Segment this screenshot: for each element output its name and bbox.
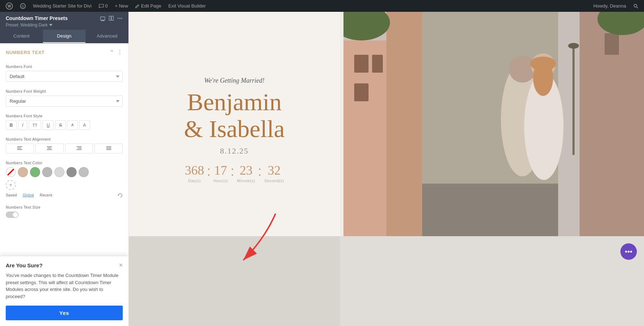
countdown-hours: 17 Hour(s)	[213, 163, 228, 183]
comment-icon	[99, 4, 104, 8]
uppercase-style-button[interactable]: TT	[29, 120, 41, 130]
numbers-text-color-label: Numbers Text Color	[6, 161, 123, 165]
wedding-names: Benjamin& Isabella	[184, 89, 284, 142]
align-center-icon	[47, 146, 52, 150]
align-left-button[interactable]	[6, 143, 34, 154]
numbers-text-size-toggle[interactable]	[6, 211, 19, 218]
confirm-dialog: Are You Sure? × You've made changes to t…	[0, 256, 128, 326]
tab-design[interactable]: Design	[43, 30, 86, 43]
new-button[interactable]: + New	[112, 0, 131, 12]
global-colors-tab[interactable]: Global	[23, 193, 34, 198]
numbers-font-field: Numbers Font Default	[6, 64, 123, 82]
recent-colors-tab[interactable]: Recent	[40, 193, 52, 198]
silver-swatch[interactable]	[79, 167, 89, 177]
confirm-yes-button[interactable]: Yes	[6, 306, 123, 320]
wedding-date: 8.12.25	[220, 146, 249, 156]
light-gray-swatch[interactable]	[54, 167, 64, 177]
divi-icon-button[interactable]: D	[17, 0, 29, 12]
days-label: Day(s)	[185, 179, 204, 183]
bold-style-button[interactable]: B	[6, 120, 17, 130]
numbers-font-weight-select[interactable]: Regular	[6, 96, 123, 107]
svg-point-11	[121, 18, 122, 19]
purple-menu-icon: •••	[625, 248, 632, 256]
exit-builder-label: Exit Visual Builder	[169, 3, 206, 9]
confirm-close-button[interactable]: ×	[119, 262, 123, 268]
strikethrough-style-button[interactable]: S	[55, 120, 66, 130]
bottom-section: •••	[129, 236, 644, 326]
days-value: 368	[185, 163, 204, 178]
edit-page-button[interactable]: Edit Page	[132, 0, 164, 12]
svg-rect-42	[572, 48, 575, 155]
transparent-swatch[interactable]	[6, 167, 16, 177]
refresh-icon[interactable]	[118, 193, 123, 198]
saved-colors-tab[interactable]: Saved	[6, 193, 17, 198]
bottom-right-area: •••	[340, 236, 644, 326]
svg-text:D: D	[22, 5, 24, 8]
couple-photo	[343, 12, 644, 248]
numbers-text-section-header: Numbers Text ⌃ ⋮	[6, 49, 123, 59]
numbers-font-select[interactable]: Default	[6, 71, 123, 82]
align-center-button[interactable]	[35, 143, 64, 154]
underline-style-button[interactable]: U	[43, 120, 54, 130]
color-label-tabs: Saved Global Recent	[6, 193, 123, 198]
main-content-area: We're Getting Married! Benjamin& Isabell…	[129, 12, 644, 326]
search-button[interactable]	[630, 4, 641, 9]
purple-menu-button[interactable]: •••	[620, 243, 637, 260]
panel-header: Countdown Timer Presets Preset: Wedding …	[0, 12, 128, 30]
panel-title-row: Countdown Timer Presets	[6, 15, 123, 21]
colon-3: :	[255, 164, 264, 179]
align-justify-button[interactable]	[94, 143, 123, 154]
numbers-font-style-label: Numbers Font Style	[6, 114, 123, 118]
align-right-button[interactable]	[65, 143, 93, 154]
section-more-button[interactable]: ⋮	[117, 49, 123, 56]
numbers-text-size-row	[6, 211, 123, 218]
svg-rect-6	[101, 17, 105, 20]
medium-gray-swatch[interactable]	[67, 167, 77, 177]
section-controls: ⌃ ⋮	[109, 49, 123, 56]
comments-button[interactable]: 0	[96, 0, 111, 12]
numbers-text-size-label: Numbers Text Size	[6, 205, 123, 209]
normal-caps-button[interactable]: A	[79, 120, 90, 130]
italic-style-button[interactable]: I	[18, 120, 27, 130]
section-collapse-button[interactable]: ⌃	[109, 49, 114, 56]
svg-rect-7	[109, 16, 111, 20]
tab-content[interactable]: Content	[0, 30, 43, 43]
align-left-icon	[17, 146, 22, 150]
svg-point-43	[568, 43, 579, 49]
countdown-seconds: 32 Second(s)	[264, 163, 284, 183]
svg-line-5	[637, 7, 638, 8]
search-icon	[633, 4, 638, 9]
peach-swatch[interactable]	[18, 167, 28, 177]
gray-swatch[interactable]	[42, 167, 52, 177]
user-greeting[interactable]: Howdy, Deanna	[590, 3, 629, 9]
align-justify-icon	[106, 146, 111, 150]
align-right-icon	[77, 146, 82, 150]
exit-builder-button[interactable]: Exit Visual Builder	[166, 0, 209, 12]
countdown-row: 368 Day(s) : 17 Hour(s) : 23 Minute(s) :…	[185, 163, 284, 183]
small-caps-button[interactable]: A	[67, 120, 78, 130]
more-options-icon[interactable]	[117, 15, 123, 21]
site-title-text: Wedding Starter Site for Divi	[33, 3, 92, 9]
seconds-label: Second(s)	[264, 179, 284, 183]
add-color-button[interactable]: +	[6, 180, 16, 190]
new-label: + New	[115, 3, 128, 9]
wordpress-logo-button[interactable]: W	[3, 0, 16, 12]
numbers-font-style-field: Numbers Font Style B I TT U S A A	[6, 114, 123, 130]
site-title-link[interactable]: Wedding Starter Site for Divi	[30, 0, 94, 12]
comment-count: 0	[105, 3, 108, 9]
panel-title-icons	[100, 15, 123, 21]
admin-bar: W D Wedding Starter Site for Divi 0 + Ne…	[0, 0, 644, 12]
font-style-buttons: B I TT U S A A	[6, 120, 123, 130]
tab-advanced[interactable]: Advanced	[86, 30, 128, 43]
svg-point-10	[119, 18, 121, 19]
panel-preset-selector[interactable]: Preset: Wedding Dark	[6, 23, 123, 28]
seconds-value: 32	[264, 163, 284, 178]
color-swatches-row	[6, 167, 123, 177]
alignment-buttons	[6, 143, 123, 154]
responsive-icon[interactable]	[100, 15, 106, 21]
layout-icon[interactable]	[108, 15, 114, 21]
svg-rect-28	[372, 55, 383, 73]
green-swatch[interactable]	[30, 167, 40, 177]
svg-rect-8	[112, 16, 113, 20]
minutes-value: 23	[237, 163, 255, 178]
